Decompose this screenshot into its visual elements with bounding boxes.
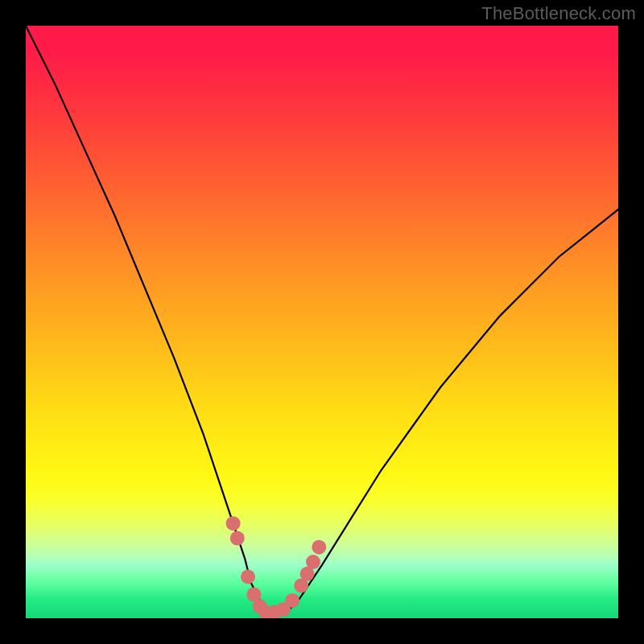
curve-marker	[312, 540, 326, 555]
bottleneck-curve	[26, 26, 618, 613]
curve-marker	[230, 531, 245, 546]
curve-marker	[226, 516, 241, 530]
curve-marker	[241, 570, 255, 584]
chart-svg	[26, 26, 618, 618]
marker-layer	[226, 516, 327, 618]
curve-marker	[285, 593, 299, 608]
curve-layer	[26, 26, 618, 613]
curve-marker	[306, 555, 320, 569]
chart-frame: TheBottleneck.com	[0, 0, 644, 644]
plot-area	[26, 26, 618, 618]
watermark-text: TheBottleneck.com	[481, 3, 636, 24]
